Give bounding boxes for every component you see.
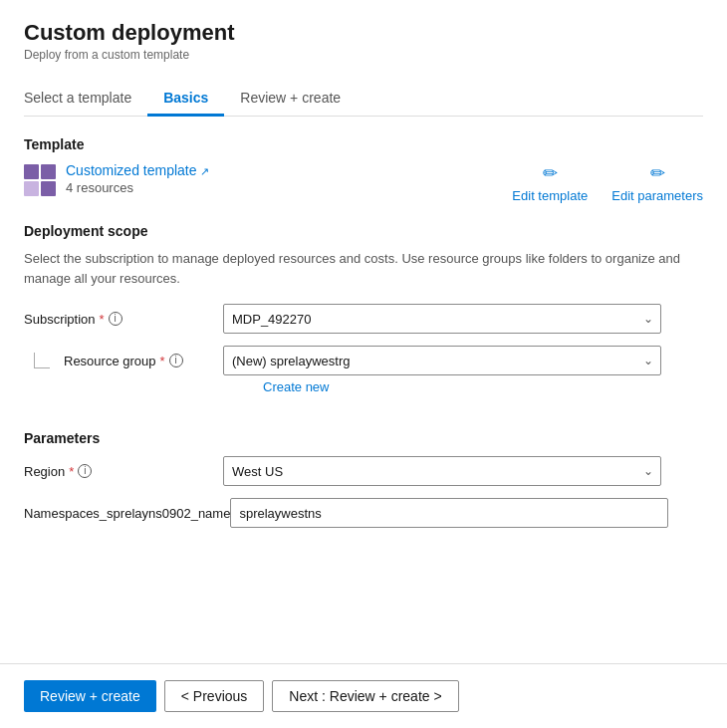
subscription-info-icon[interactable]: i [109,312,122,326]
footer: Review + create < Previous Next : Review… [0,663,727,728]
next-button[interactable]: Next : Review + create > [272,680,458,712]
namespace-label: Namespaces_sprelayns0902_name [24,506,230,521]
template-icon [24,164,56,196]
scope-description: Select the subscription to manage deploy… [24,249,703,288]
namespace-input-wrapper [230,498,668,528]
template-icon-cell-3 [24,181,39,196]
pencil-icon-parameters: ✏ [650,162,665,184]
template-name-link[interactable]: Customized template↗ [66,162,209,178]
subscription-dropdown-wrapper: MDP_492270 ⌄ [223,304,661,334]
deployment-scope-title: Deployment scope [24,223,703,239]
review-create-button[interactable]: Review + create [24,680,156,712]
edit-template-button[interactable]: ✏ Edit template [512,162,588,203]
external-link-icon: ↗ [200,165,209,177]
subscription-required: * [100,312,105,327]
parameters-title: Parameters [24,430,703,446]
subscription-select[interactable]: MDP_492270 [223,304,661,334]
pencil-icon-template: ✏ [543,162,558,184]
template-icon-cell-1 [24,164,39,179]
template-icon-cell-2 [41,164,56,179]
previous-button[interactable]: < Previous [164,680,265,712]
namespace-row: Namespaces_sprelayns0902_name [24,498,703,528]
region-select[interactable]: West US [223,456,661,486]
parameters-section: Parameters Region * i West US ⌄ Namespac… [24,430,703,540]
resource-group-row: Resource group * i (New) sprelaywestrg ⌄ [24,346,703,375]
tab-select-template[interactable]: Select a template [24,82,147,117]
region-required: * [69,464,74,479]
region-dropdown-wrapper: West US ⌄ [223,456,661,486]
region-info-icon[interactable]: i [78,464,92,478]
template-section-title: Template [24,136,703,152]
edit-template-label: Edit template [512,188,588,203]
page-title: Custom deployment [24,20,703,46]
resource-group-required: * [160,354,165,368]
region-row: Region * i West US ⌄ [24,456,703,486]
edit-parameters-label: Edit parameters [611,188,703,203]
namespace-input[interactable] [230,498,668,528]
deployment-scope-section: Deployment scope Select the subscription… [24,223,703,410]
subscription-row: Subscription * i MDP_492270 ⌄ [24,304,703,334]
template-info: Customized template↗ 4 resources [24,162,209,196]
resource-group-info-icon[interactable]: i [169,354,183,367]
resource-group-dropdown-wrapper: (New) sprelaywestrg ⌄ [223,346,661,375]
tabs-nav: Select a template Basics Review + create [24,82,703,117]
page-subtitle: Deploy from a custom template [24,48,703,62]
tab-basics[interactable]: Basics [147,82,224,117]
indent-line [34,353,50,368]
template-details: Customized template↗ 4 resources [66,162,209,195]
create-new-link[interactable]: Create new [263,379,703,394]
resource-group-label: Resource group * i [64,354,223,368]
edit-parameters-button[interactable]: ✏ Edit parameters [611,162,703,203]
resource-group-indent [24,353,64,368]
resource-group-select[interactable]: (New) sprelaywestrg [223,346,661,375]
template-section: Template Customized template↗ 4 resource… [24,136,703,203]
template-actions: ✏ Edit template ✏ Edit parameters [512,162,703,203]
subscription-label: Subscription * i [24,312,223,327]
template-resources: 4 resources [66,180,209,195]
tab-review-create[interactable]: Review + create [224,82,357,117]
region-label: Region * i [24,464,223,479]
template-icon-cell-4 [41,181,56,196]
